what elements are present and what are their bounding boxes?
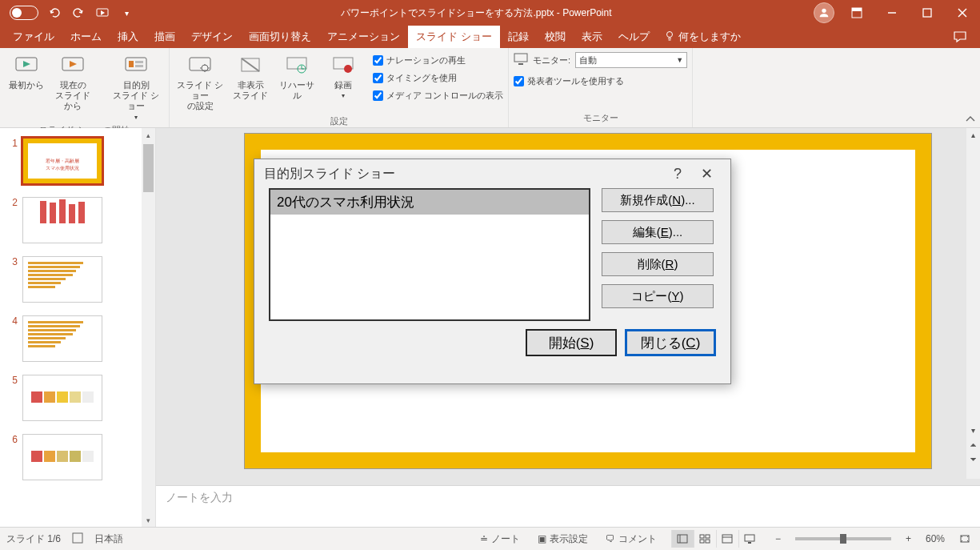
monitor-label: モニター: [533, 54, 570, 66]
view-buttons [671, 530, 761, 548]
tab-file[interactable]: ファイル [5, 26, 62, 48]
svg-rect-32 [700, 535, 704, 538]
svg-rect-33 [706, 535, 710, 538]
tab-review[interactable]: 校閲 [537, 26, 574, 48]
normal-view-button[interactable] [671, 530, 694, 548]
media-controls-checkbox[interactable]: メディア コントロールの表示 [373, 86, 503, 104]
account-avatar[interactable] [814, 2, 834, 23]
quick-access-toolbar: ▾ [0, 5, 144, 21]
narration-checkbox[interactable]: ナレーションの再生 [373, 51, 503, 69]
slideshow-view-button[interactable] [738, 530, 761, 548]
tab-animations[interactable]: アニメーション [319, 26, 408, 48]
close-dialog-button[interactable]: 閉じる(C) [625, 329, 716, 356]
tab-home[interactable]: ホーム [62, 26, 110, 48]
slide-thumbnail-2[interactable] [22, 197, 102, 243]
autosave-toggle[interactable] [10, 6, 38, 20]
from-current-icon [60, 53, 86, 78]
hide-slide-button[interactable]: 非表示 スライド [229, 51, 272, 102]
setup-slideshow-button[interactable]: スライド ショー の設定 [174, 51, 226, 114]
dialog-close-button[interactable]: ✕ [692, 165, 721, 183]
zoom-out-button[interactable]: − [772, 533, 784, 544]
tab-design[interactable]: デザイン [183, 26, 241, 48]
ribbon-display-options[interactable] [839, 0, 874, 26]
zoom-level[interactable]: 60% [926, 533, 945, 544]
qat-customize[interactable]: ▾ [118, 5, 134, 21]
fit-to-window-button[interactable] [956, 534, 974, 544]
svg-rect-16 [135, 65, 143, 67]
group-label: モニター [514, 110, 687, 126]
from-beginning-button[interactable]: 最初から [5, 51, 48, 92]
next-slide-button[interactable]: ⏷ [966, 452, 980, 466]
thumb-scroll-handle[interactable] [143, 144, 154, 192]
editor-scroll-up[interactable]: ▴ [966, 128, 980, 142]
custom-show-listbox[interactable]: 20代のスマホ利用状況 [269, 188, 590, 321]
group-monitor: モニター: 自動▼ 発表者ツールを使用する モニター [509, 48, 693, 127]
zoom-in-button[interactable]: + [902, 533, 914, 544]
tab-record[interactable]: 記録 [500, 26, 537, 48]
svg-rect-15 [135, 61, 143, 63]
rehearse-button[interactable]: リハーサル [275, 51, 318, 102]
remove-custom-show-button[interactable]: 削除(R) [602, 252, 714, 276]
svg-rect-3 [852, 8, 862, 11]
undo-button[interactable] [46, 5, 62, 21]
edit-custom-show-button[interactable]: 編集(E)... [602, 220, 714, 244]
start-show-button[interactable]: 開始(S) [526, 329, 617, 356]
tab-draw[interactable]: 描画 [146, 26, 183, 48]
accessibility-icon[interactable] [72, 532, 83, 546]
slide-thumbnail-1[interactable]: 若年層・高齢層 スマホ使用状況 [22, 138, 102, 184]
zoom-slider[interactable] [795, 537, 891, 540]
tell-me-search[interactable]: 何をしますか [664, 26, 741, 48]
dialog-help-button[interactable]: ? [663, 166, 692, 183]
display-settings-button[interactable]: ▣表示設定 [534, 532, 591, 546]
tab-help[interactable]: ヘルプ [610, 26, 658, 48]
dropdown-icon: ▾ [134, 114, 138, 122]
custom-show-item[interactable]: 20代のスマホ利用状況 [270, 190, 589, 215]
new-custom-show-button[interactable]: 新規作成(N)... [602, 188, 714, 212]
slide-thumbnail-4[interactable] [22, 315, 102, 362]
copy-custom-show-button[interactable]: コピー(Y) [602, 284, 714, 308]
redo-button[interactable] [70, 5, 86, 21]
group-label: 設定 [174, 114, 503, 129]
maximize-button[interactable] [910, 0, 945, 26]
language-status[interactable]: 日本語 [94, 532, 123, 546]
comments-toggle[interactable]: 🗨コメント [602, 532, 660, 546]
hide-slide-icon [238, 53, 263, 78]
tab-slideshow[interactable]: スライド ショー [408, 26, 500, 48]
slide-thumbnail-6[interactable] [22, 434, 102, 480]
slide-thumbnail-3[interactable] [22, 256, 102, 303]
tab-insert[interactable]: 挿入 [110, 26, 146, 48]
minimize-button[interactable] [874, 0, 910, 26]
timings-checkbox[interactable]: タイミングを使用 [373, 69, 503, 86]
close-button[interactable] [945, 0, 980, 26]
svg-line-20 [242, 58, 259, 71]
monitor-select[interactable]: 自動▼ [575, 52, 687, 68]
svg-point-26 [344, 65, 352, 73]
slide-counter[interactable]: スライド 1/6 [6, 532, 61, 546]
from-current-button[interactable]: 現在の スライドから [51, 51, 94, 114]
from-beginning-icon [14, 53, 39, 78]
svg-rect-17 [190, 58, 210, 70]
notes-pane[interactable]: ノートを入力 [156, 485, 980, 527]
thumb-scroll-down[interactable]: ▾ [142, 513, 155, 527]
presenter-view-checkbox[interactable]: 発表者ツールを使用する [514, 72, 687, 90]
comments-pane-toggle[interactable] [945, 26, 975, 48]
reading-view-button[interactable] [716, 530, 738, 548]
comment-icon: 🗨 [606, 533, 615, 544]
slide-thumbnail-5[interactable] [22, 375, 102, 421]
start-from-beginning-qat[interactable] [94, 5, 110, 21]
record-button[interactable]: 録画 ▾ [322, 51, 365, 102]
prev-slide-button[interactable]: ⏶ [966, 438, 980, 452]
tell-me-label: 何をしますか [678, 30, 741, 44]
notes-toggle[interactable]: ≐ノート [477, 532, 523, 546]
thumb-scroll-up[interactable]: ▴ [142, 128, 155, 142]
svg-rect-29 [73, 533, 82, 543]
status-bar: スライド 1/6 日本語 ≐ノート ▣表示設定 🗨コメント − + 60% [0, 527, 980, 550]
ribbon: 最初から 現在の スライドから 目的別 スライド ショー ▾ スライド ショーの… [0, 48, 980, 128]
tab-view[interactable]: 表示 [574, 26, 610, 48]
editor-scroll-down[interactable]: ▾ [966, 424, 980, 437]
custom-slideshow-button[interactable]: 目的別 スライド ショー ▾ [108, 51, 164, 122]
tab-transitions[interactable]: 画面切り替え [241, 26, 319, 48]
sorter-view-button[interactable] [694, 530, 716, 548]
custom-slideshow-dialog: 目的別スライド ショー ? ✕ 20代のスマホ利用状況 新規作成(N)... 編… [254, 159, 731, 384]
collapse-ribbon-button[interactable] [961, 48, 980, 127]
